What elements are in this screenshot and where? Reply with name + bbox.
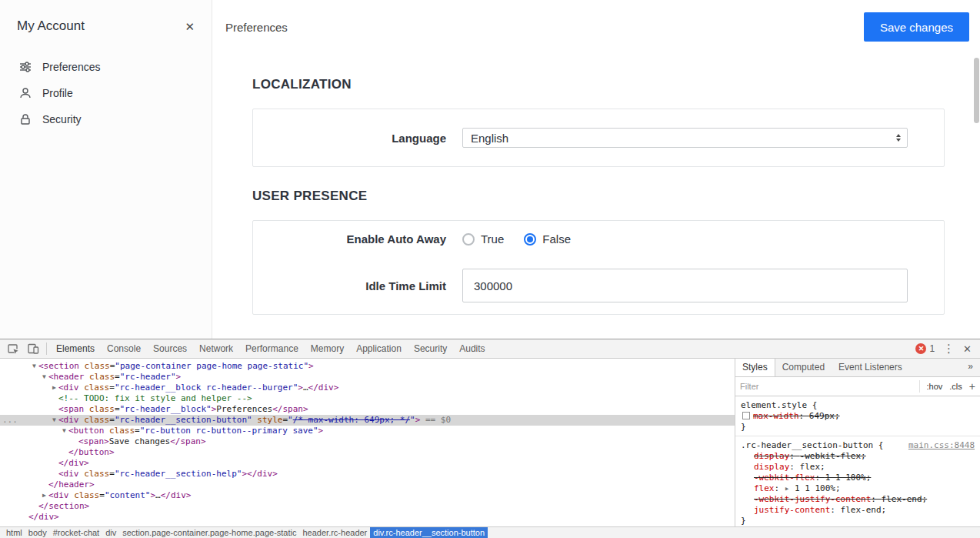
expand-shorthand-icon[interactable]: ▸	[785, 483, 795, 493]
page-header: Preferences Save changes	[212, 0, 980, 54]
more-options-icon[interactable]: ⋮	[943, 342, 955, 356]
dom-tree-node[interactable]: </div>	[0, 458, 735, 469]
error-badge[interactable]: ✕ 1	[915, 343, 935, 354]
styles-tab-styles[interactable]: Styles	[735, 359, 775, 376]
expanded-arrow-icon[interactable]: ▼	[40, 372, 48, 383]
preferences-page: Preferences Save changes LOCALIZATION La…	[212, 0, 980, 339]
language-row: Language English	[253, 109, 944, 166]
dom-tree-node[interactable]: ▶<div class="content">…</div>	[0, 490, 735, 501]
error-count: 1	[929, 343, 935, 354]
gutter-ellipsis: ...	[2, 415, 18, 426]
dom-tree-node[interactable]: ▼<header class="rc-header">	[0, 372, 735, 383]
devtools-tab-application[interactable]: Application	[350, 339, 408, 358]
breadcrumb-item[interactable]: div.rc-header__section-button	[370, 527, 488, 538]
preferences-content: LOCALIZATION Language English USER PRESE…	[212, 54, 980, 315]
devtools-toolbar: ElementsConsoleSourcesNetworkPerformance…	[0, 339, 980, 359]
styles-tab-event-listeners[interactable]: Event Listeners	[832, 359, 909, 376]
breadcrumb-item[interactable]: section.page-container.page-home.page-st…	[119, 527, 299, 538]
dom-tree-node[interactable]: ▼<section class="page-container page-hom…	[0, 361, 735, 372]
css-rule: .rc-header__section-button {main.css:844…	[735, 436, 980, 526]
section-user-presence: USER PRESENCE Enable Auto Away True Fals…	[252, 189, 945, 315]
devtools-close-icon[interactable]: ✕	[963, 343, 972, 355]
styles-sidebar: StylesComputedEvent Listeners» :hov.cls+…	[735, 359, 980, 526]
stylesheet-link[interactable]: main.css:8448	[908, 440, 975, 451]
devtools-tab-memory[interactable]: Memory	[305, 339, 350, 358]
css-rule: element.style {max-width: 649px;}	[735, 396, 980, 436]
inspect-element-icon[interactable]	[3, 343, 23, 355]
css-property[interactable]: flex: ▸ 1 1 100%;	[741, 483, 975, 494]
styles-filter-bar: :hov.cls+	[735, 377, 980, 396]
idle-time-label: Idle Time Limit	[253, 279, 462, 292]
devtools-tab-network[interactable]: Network	[193, 339, 239, 358]
css-property[interactable]: justify-content: flex-end;	[741, 505, 975, 516]
language-select[interactable]: English	[462, 128, 908, 148]
styles-toggles: :hov.cls+	[919, 380, 975, 393]
radio-unselected-icon	[462, 233, 475, 246]
pseudo-state-toggle[interactable]: :hov	[927, 382, 943, 391]
user-presence-panel: Enable Auto Away True False	[252, 220, 945, 315]
property-checkbox[interactable]	[742, 412, 750, 419]
devtools-tabs: ElementsConsoleSourcesNetworkPerformance…	[50, 339, 492, 358]
class-toggle[interactable]: .cls	[949, 382, 962, 391]
devtools-tab-security[interactable]: Security	[408, 339, 453, 358]
auto-away-row: Enable Auto Away True False	[253, 221, 944, 257]
breadcrumb-item[interactable]: #rocket-chat	[50, 527, 103, 538]
dom-tree-node[interactable]: </div>	[0, 512, 735, 523]
dom-tree-node[interactable]: </header>	[0, 480, 735, 490]
radio-option-false[interactable]: False	[524, 232, 571, 246]
more-tabs-icon[interactable]: »	[961, 359, 980, 376]
close-icon[interactable]: ✕	[185, 21, 195, 32]
breadcrumb-item[interactable]: div	[102, 527, 119, 538]
css-property[interactable]: -webkit-justify-content: flex-end;	[741, 494, 975, 505]
radio-true-label: True	[481, 232, 504, 246]
radio-option-true[interactable]: True	[462, 232, 504, 246]
device-toolbar-icon[interactable]	[23, 343, 43, 355]
css-property[interactable]: -webkit-flex: 1 1 100%;	[741, 473, 975, 483]
sidebar-item-security[interactable]: Security	[0, 106, 212, 132]
expanded-arrow-icon[interactable]: ▼	[60, 426, 68, 436]
collapsed-arrow-icon[interactable]: ▶	[40, 490, 48, 501]
dom-tree-node[interactable]: <!-- TODO: fix it style and helper -->	[0, 393, 735, 404]
sidebar-item-preferences[interactable]: Preferences	[0, 54, 212, 80]
dom-tree-node[interactable]: <span class="rc-header__block">Preferenc…	[0, 404, 735, 415]
breadcrumb-item[interactable]: body	[25, 527, 50, 538]
radio-selected-icon	[524, 233, 536, 246]
sidebar-item-profile[interactable]: Profile	[0, 80, 212, 106]
styles-tab-computed[interactable]: Computed	[775, 359, 832, 376]
localization-panel: Language English	[252, 109, 945, 167]
css-property[interactable]: max-width: 649px;	[741, 411, 975, 422]
breadcrumb-item[interactable]: header.rc-header	[300, 527, 371, 538]
dom-tree-node[interactable]: ▼<button class="rc-button rc-button--pri…	[0, 426, 735, 436]
breadcrumb-item[interactable]: html	[3, 527, 25, 538]
devtools-tab-sources[interactable]: Sources	[147, 339, 193, 358]
select-arrows-icon	[896, 132, 901, 144]
save-changes-button[interactable]: Save changes	[864, 12, 969, 42]
expanded-arrow-icon[interactable]: ▼	[50, 415, 58, 426]
dom-tree-node[interactable]: ▶<div class="rc-header__block rc-header-…	[0, 383, 735, 393]
dom-tree-node[interactable]: </section>	[0, 501, 735, 512]
css-selector: .rc-header__section-button {	[741, 440, 883, 451]
sidebar-header: My Account ✕	[0, 15, 212, 46]
scrollbar[interactable]	[974, 58, 979, 123]
section-localization: LOCALIZATION Language English	[252, 77, 945, 167]
idle-time-input[interactable]	[462, 269, 908, 302]
devtools-tab-elements[interactable]: Elements	[50, 339, 101, 358]
auto-away-label: Enable Auto Away	[253, 232, 462, 246]
css-property[interactable]: display: flex;	[741, 462, 975, 473]
dom-tree-node[interactable]: <div class="rc-header__section-help"></d…	[0, 469, 735, 480]
dom-tree-node[interactable]: <span>Save changes</span>	[0, 436, 735, 447]
sidebar-item-label: Preferences	[42, 61, 100, 73]
collapsed-arrow-icon[interactable]: ▶	[50, 383, 58, 393]
dom-tree-node[interactable]: </button>	[0, 447, 735, 458]
devtools-tab-audits[interactable]: Audits	[453, 339, 491, 358]
dom-tree-node-selected[interactable]: ▼<div class="rc-header__section-button" …	[0, 415, 735, 426]
styles-filter-input[interactable]	[740, 382, 919, 391]
devtools-tab-console[interactable]: Console	[101, 339, 147, 358]
new-style-rule-button[interactable]: +	[969, 380, 975, 393]
sidebar-item-label: Security	[42, 113, 82, 125]
error-icon: ✕	[915, 343, 926, 354]
devtools-tab-performance[interactable]: Performance	[239, 339, 305, 358]
toolbar-divider	[46, 343, 47, 355]
css-property[interactable]: display: -webkit-flex;	[741, 451, 975, 462]
expanded-arrow-icon[interactable]: ▼	[30, 361, 38, 372]
